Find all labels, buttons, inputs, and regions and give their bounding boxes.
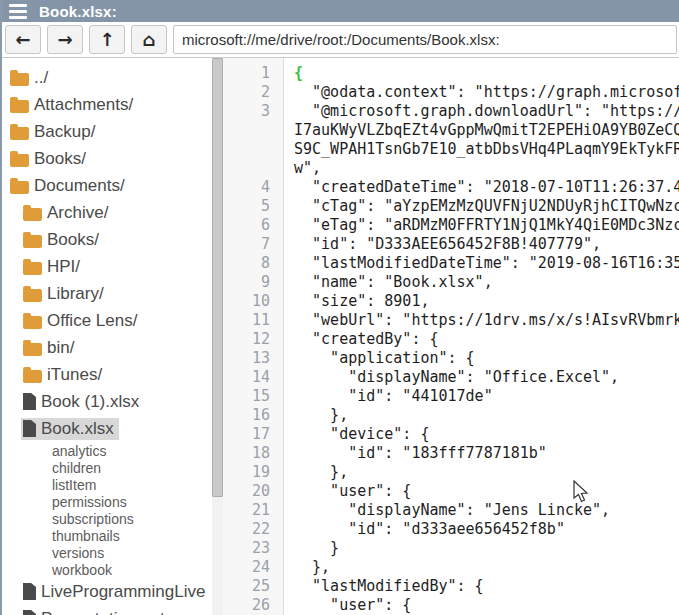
code-text: "user": { (284, 596, 679, 615)
home-button[interactable]: ⌂ (131, 25, 167, 54)
tree-item[interactable]: permissions (2, 493, 212, 510)
code-line[interactable]: 20 "user": { (223, 482, 679, 501)
line-number (223, 159, 284, 178)
up-button[interactable]: ↑ (89, 25, 125, 54)
code-text: "eTag": "aRDMzM0FFRTY1NjQ1MkY4QiE0MDc3Nz… (284, 216, 679, 235)
line-number: 1 (223, 64, 284, 83)
code-line[interactable]: 2 "@odata.context": "https://graph.micro… (223, 83, 679, 102)
tree-item[interactable]: subscriptions (2, 510, 212, 527)
code-line[interactable]: 24 }, (223, 558, 679, 577)
code-text: I7auKWyVLZbqEZt4vGppMwQmitT2EPEHiOA9YB0Z… (284, 121, 679, 140)
tree-item-label: children (52, 460, 101, 476)
tree-item[interactable]: Backup/ (2, 118, 212, 145)
tree-item[interactable]: HPI/ (2, 253, 212, 280)
code-text: "@microsoft.graph.downloadUrl": "https:/… (284, 102, 679, 121)
code-line[interactable]: 7 "id": "D333AEE656452F8B!407779", (223, 235, 679, 254)
tree-item[interactable]: analytics (2, 442, 212, 459)
line-number: 7 (223, 235, 284, 254)
code-text: w", (284, 159, 679, 178)
code-line[interactable]: 14 "displayName": "Office.Excel", (223, 368, 679, 387)
code-text: "lastModifiedDateTime": "2019-08-16T16:3… (284, 254, 679, 273)
file-icon (23, 610, 36, 615)
folder-icon (10, 100, 29, 113)
tree-item-label: ../ (34, 68, 48, 88)
code-line[interactable]: w", (223, 159, 679, 178)
folder-icon (10, 154, 29, 167)
file-icon (23, 420, 36, 437)
code-line[interactable]: I7auKWyVLZbqEZt4vGppMwQmitT2EPEHiOA9YB0Z… (223, 121, 679, 140)
nav-button-glyph: ← (15, 31, 30, 49)
tree-item[interactable]: Library/ (2, 280, 212, 307)
tree-item[interactable]: listItem (2, 476, 212, 493)
tree-item[interactable]: Books/ (2, 145, 212, 172)
forward-button[interactable]: → (47, 25, 83, 54)
code-line[interactable]: 23 } (223, 539, 679, 558)
line-number: 21 (223, 501, 284, 520)
sidebar-scrollbar[interactable] (212, 58, 223, 615)
code-line[interactable]: 12 "createdBy": { (223, 330, 679, 349)
line-number (223, 140, 284, 159)
tree-item-label: Book.xlsx (41, 419, 114, 439)
tree-item[interactable]: Office Lens/ (2, 307, 212, 334)
tree-item[interactable]: Presentation.pptx (2, 605, 212, 615)
tree-item[interactable]: Archive/ (2, 199, 212, 226)
hamburger-menu-icon[interactable] (9, 4, 27, 19)
code-line[interactable]: 17 "device": { (223, 425, 679, 444)
code-line[interactable]: 15 "id": "441017de" (223, 387, 679, 406)
folder-icon (23, 208, 42, 221)
line-number: 4 (223, 178, 284, 197)
code-line[interactable]: 9 "name": "Book.xlsx", (223, 273, 679, 292)
address-bar-input[interactable] (173, 25, 677, 54)
code-text: "id": "441017de" (284, 387, 679, 406)
line-number: 11 (223, 311, 284, 330)
code-text: } (284, 539, 679, 558)
tree-item[interactable]: LiveProgrammingLive (2, 578, 212, 605)
code-line[interactable]: 13 "application": { (223, 349, 679, 368)
code-line[interactable]: 10 "size": 8901, (223, 292, 679, 311)
tree-item-label: Office Lens/ (47, 311, 137, 331)
tree-item[interactable]: versions (2, 544, 212, 561)
line-number: 2 (223, 83, 284, 102)
code-line[interactable]: S9C_WPAH1TsnGb7E10_atbDbsVHq4PLaqmY9EkTy… (223, 140, 679, 159)
code-line[interactable]: 6 "eTag": "aRDMzM0FFRTY1NjQ1MkY4QiE0MDc3… (223, 216, 679, 235)
code-line[interactable]: 19 }, (223, 463, 679, 482)
scrollbar-thumb[interactable] (212, 58, 223, 497)
code-line[interactable]: 26 "user": { (223, 596, 679, 615)
code-line[interactable]: 4 "createdDateTime": "2018-07-10T11:26:3… (223, 178, 679, 197)
tree-item[interactable]: thumbnails (2, 527, 212, 544)
tree-item[interactable]: Book (1).xlsx (2, 388, 212, 415)
code-text: }, (284, 406, 679, 425)
tree-item[interactable]: children (2, 459, 212, 476)
code-line[interactable]: 21 "displayName": "Jens Lincke", (223, 501, 679, 520)
file-browser-window: Book.xlsx: ← → ↑ ⌂ .. (0, 0, 679, 615)
tree-item[interactable]: Book.xlsx (2, 415, 212, 442)
mouse-cursor (573, 480, 590, 504)
line-number: 12 (223, 330, 284, 349)
line-number: 16 (223, 406, 284, 425)
line-number: 13 (223, 349, 284, 368)
back-button[interactable]: ← (5, 25, 41, 54)
code-text: "id": "D333AEE656452F8B!407779", (284, 235, 679, 254)
line-number: 10 (223, 292, 284, 311)
folder-icon (10, 181, 29, 194)
code-line[interactable]: 5 "cTag": "aYzpEMzMzQUVFNjU2NDUyRjhCITQw… (223, 197, 679, 216)
line-number: 9 (223, 273, 284, 292)
code-line[interactable]: 8 "lastModifiedDateTime": "2019-08-16T16… (223, 254, 679, 273)
code-line[interactable]: 16 }, (223, 406, 679, 425)
tree-item[interactable]: Documents/ (2, 172, 212, 199)
tree-item[interactable]: workbook (2, 561, 212, 578)
code-line[interactable]: 11 "webUrl": "https://1drv.ms/x/s!AIsvRV… (223, 311, 679, 330)
code-line[interactable]: 22 "id": "d333aee656452f8b" (223, 520, 679, 539)
code-text: "id": "d333aee656452f8b" (284, 520, 679, 539)
tree-item[interactable]: iTunes/ (2, 361, 212, 388)
code-line[interactable]: 3 "@microsoft.graph.downloadUrl": "https… (223, 102, 679, 121)
tree-item-label: LiveProgrammingLive (41, 582, 205, 602)
json-editor[interactable]: 1 { 2 "@odata.context": "https://graph.m… (223, 58, 679, 615)
code-line[interactable]: 18 "id": "183fff7787181b" (223, 444, 679, 463)
code-line[interactable]: 1 { (223, 64, 679, 83)
tree-item[interactable]: bin/ (2, 334, 212, 361)
tree-item[interactable]: ../ (2, 64, 212, 91)
tree-item[interactable]: Attachments/ (2, 91, 212, 118)
tree-item[interactable]: Books/ (2, 226, 212, 253)
code-line[interactable]: 25 "lastModifiedBy": { (223, 577, 679, 596)
